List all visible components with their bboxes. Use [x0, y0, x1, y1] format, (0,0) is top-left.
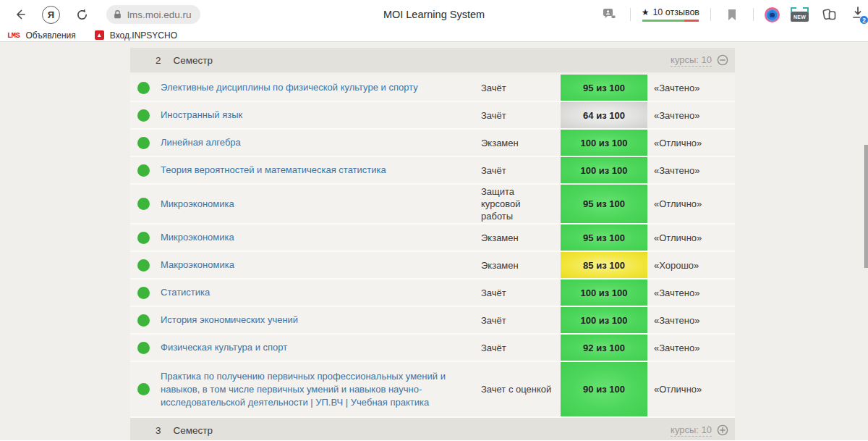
course-link[interactable]: Линейная алгебра [161, 130, 481, 156]
back-button[interactable] [10, 4, 30, 25]
downloads-count-badge: 2 [859, 15, 868, 25]
status-dot-icon [137, 109, 150, 122]
browser-toolbar: Я lms.moi.edu.ru MOI Learning System ★ [0, 0, 868, 29]
extension-browser-icon[interactable] [765, 7, 780, 22]
toolbar-divider [753, 8, 754, 21]
table-row: Иностранный язык Зачёт 64 из 100 «Зачтен… [130, 102, 735, 130]
status-dot-icon [137, 198, 150, 210]
minus-circle-icon [717, 54, 728, 66]
table-row: Микроэкономика Экзамен 95 из 100 «Отличн… [130, 224, 735, 252]
page-content: 2 Семестр курсы: 10 Элективные дисциплин… [0, 42, 868, 440]
bookmark-flag-icon [727, 9, 737, 21]
grade-label: «Зачтено» [647, 157, 735, 183]
semester-2-header: 2 Семестр курсы: 10 [130, 48, 735, 72]
score-badge: 85 из 100 [561, 252, 647, 278]
course-link[interactable]: Иностранный язык [161, 102, 481, 128]
score-badge: 100 из 100 [561, 157, 647, 183]
assessment-type: Зачёт [481, 102, 561, 128]
collections-button[interactable] [820, 4, 840, 25]
score-badge: 100 из 100 [561, 130, 647, 156]
score-badge: 100 из 100 [561, 307, 647, 333]
bookmark-item-inpsycho[interactable]: ▲ Вход.INPSYCHO [95, 30, 177, 41]
bookmark-label: Объявления [25, 30, 75, 41]
grade-label: «Отлично» [647, 185, 735, 223]
assessment-type: Зачёт [481, 157, 561, 183]
course-link[interactable]: История экономических учений [161, 307, 481, 333]
grade-label: «Зачтено» [647, 335, 735, 361]
toolbar-divider [710, 8, 711, 21]
status-dot-icon [137, 82, 150, 94]
refresh-button[interactable] [72, 4, 92, 25]
lms-favicon: LMS [7, 31, 20, 40]
toolbar-divider [630, 8, 631, 21]
semester-title: Семестр [174, 55, 213, 66]
table-row: Практика по получению первичных професси… [130, 362, 735, 418]
table-row: Физическая культура и спорт Зачёт 92 из … [130, 335, 735, 362]
course-link[interactable]: Практика по получению первичных професси… [161, 362, 481, 416]
collapse-section-button[interactable] [717, 54, 728, 66]
score-badge: 64 из 100 [561, 102, 647, 128]
course-link[interactable]: Микроэкономика [161, 224, 481, 251]
score-badge: 90 из 100 [561, 362, 647, 416]
table-row: Элективные дисциплины по физической куль… [130, 75, 735, 102]
bookmark-item-announcements[interactable]: LMS Объявления [7, 30, 76, 41]
status-dot-icon [137, 232, 150, 244]
courses-count-link[interactable]: курсы: 10 [671, 54, 712, 67]
new-feature-icon[interactable]: NEW [791, 12, 809, 22]
assessment-type: Защита курсовой работы [481, 185, 561, 223]
courses-count-link[interactable]: курсы: 10 [671, 424, 712, 437]
assessment-type: Зачёт [481, 335, 561, 361]
assessment-type: Экзамен [481, 130, 561, 156]
yandex-logo-icon[interactable]: Я [42, 6, 60, 24]
grade-label: «Хорошо» [647, 252, 735, 278]
score-badge: 92 из 100 [561, 335, 647, 361]
table-row: История экономических учений Зачёт 100 и… [130, 307, 735, 335]
vertical-scrollbar-thumb[interactable] [864, 145, 868, 268]
status-dot-icon [137, 164, 150, 177]
status-dot-icon [137, 383, 150, 395]
collections-icon [822, 7, 838, 22]
course-link[interactable]: Теория вероятностей и математическая ста… [161, 157, 481, 183]
assessment-type: Зачёт [481, 307, 561, 333]
course-link[interactable]: Статистика [161, 280, 481, 306]
semester-number: 2 [156, 55, 161, 66]
table-row: Теория вероятностей и математическая ста… [130, 157, 735, 185]
downloads-button[interactable]: 2 [851, 6, 867, 23]
score-badge: 100 из 100 [561, 280, 647, 306]
status-dot-icon [137, 287, 150, 299]
course-link[interactable]: Элективные дисциплины по физической куль… [161, 75, 481, 101]
reviews-widget[interactable]: ★ 10 отзывов [642, 7, 699, 22]
star-icon: ★ [642, 7, 650, 17]
status-dot-icon [137, 342, 150, 354]
table-row: Микроэкономика Защита курсовой работы 95… [130, 185, 735, 224]
plus-circle-icon [717, 424, 728, 436]
expand-section-button[interactable] [717, 424, 728, 436]
back-arrow-icon [13, 7, 27, 22]
assessment-type: Экзамен [481, 252, 561, 278]
status-dot-icon [137, 137, 150, 149]
toolbar-right-cluster: ★ 10 отзывов NEW 2 [599, 4, 864, 25]
table-row: Макроэкономика Экзамен 85 из 100 «Хорошо… [130, 252, 735, 280]
status-dot-icon [137, 314, 150, 327]
address-bar[interactable]: lms.moi.edu.ru [106, 5, 200, 24]
assessment-type: Зачет с оценкой [481, 362, 561, 416]
bookmarks-bar: LMS Объявления ▲ Вход.INPSYCHO [0, 29, 868, 42]
table-row: Линейная алгебра Экзамен 100 из 100 «Отл… [130, 130, 735, 157]
assessment-type: Экзамен [481, 224, 561, 251]
grade-label: «Отлично» [647, 362, 735, 416]
bookmark-button[interactable] [722, 4, 742, 25]
grades-table: 2 Семестр курсы: 10 Элективные дисциплин… [130, 48, 735, 440]
grade-label: «Отлично» [647, 224, 735, 251]
inpsycho-favicon: ▲ [95, 30, 104, 40]
course-link[interactable]: Физическая культура и спорт [161, 335, 481, 361]
grade-label: «Зачтено» [647, 75, 735, 101]
course-link[interactable]: Микроэкономика [161, 185, 481, 223]
grade-label: «Зачтено» [647, 280, 735, 306]
assessment-type: Зачёт [481, 280, 561, 306]
course-link[interactable]: Макроэкономика [161, 252, 481, 278]
status-dot-icon [137, 259, 150, 272]
grade-label: «Зачтено» [647, 307, 735, 333]
feedback-chat-button[interactable] [599, 4, 619, 25]
lock-icon [112, 9, 123, 20]
refresh-icon [75, 8, 89, 22]
